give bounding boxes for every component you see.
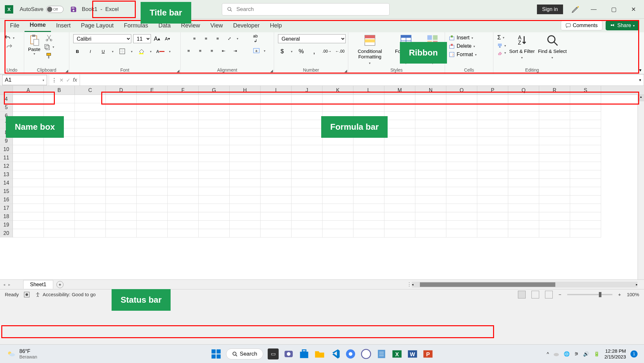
cell[interactable] [570, 120, 601, 128]
cell[interactable] [539, 179, 570, 187]
task-view-icon[interactable]: ▭ [268, 348, 279, 359]
cell[interactable] [199, 196, 230, 204]
cell[interactable] [508, 112, 539, 120]
cell[interactable] [13, 128, 44, 137]
cell[interactable] [508, 162, 539, 170]
cell[interactable] [13, 221, 44, 229]
cell[interactable] [168, 103, 199, 112]
column-header[interactable]: H [230, 86, 261, 95]
cell[interactable] [199, 103, 230, 112]
signin-button[interactable]: Sign in [537, 5, 563, 14]
volume-icon[interactable]: 🔊 [583, 351, 589, 357]
cancel-formula-icon[interactable]: ✕ [59, 77, 64, 83]
tab-data[interactable]: Data [153, 20, 176, 32]
cell[interactable] [570, 95, 601, 103]
cell[interactable] [477, 95, 508, 103]
cell[interactable] [44, 95, 75, 103]
align-right-button[interactable]: ≡ [208, 46, 216, 55]
cell[interactable] [446, 229, 477, 237]
enter-formula-icon[interactable]: ✓ [66, 77, 70, 83]
cell[interactable] [199, 154, 230, 162]
horizontal-scrollbar[interactable]: ◂ ▸ [412, 282, 638, 287]
row-header[interactable]: 17 [0, 204, 13, 212]
cell[interactable] [261, 128, 292, 137]
row-header[interactable]: 6 [0, 112, 13, 120]
chrome-icon[interactable] [345, 348, 356, 359]
cell[interactable] [384, 137, 415, 145]
cell[interactable] [539, 128, 570, 137]
tab-developer[interactable]: Developer [228, 20, 265, 32]
cell[interactable] [446, 179, 477, 187]
fx-icon[interactable]: fx [73, 77, 77, 83]
cell[interactable] [322, 120, 353, 128]
cell[interactable] [539, 120, 570, 128]
cell[interactable] [13, 112, 44, 120]
cell[interactable] [384, 103, 415, 112]
language-icon[interactable]: 🌐 [564, 351, 570, 357]
fill-button[interactable]: ▾ [497, 43, 506, 48]
maximize-button[interactable]: ▢ [608, 4, 620, 15]
cell[interactable] [539, 137, 570, 145]
cell[interactable] [261, 179, 292, 187]
zoom-slider[interactable] [567, 294, 612, 295]
cell[interactable] [168, 170, 199, 179]
cell[interactable] [106, 179, 137, 187]
store-icon[interactable] [299, 348, 310, 359]
cell[interactable] [415, 112, 446, 120]
cell[interactable] [353, 162, 384, 170]
cell[interactable] [570, 103, 601, 112]
cell[interactable] [508, 103, 539, 112]
cell[interactable] [75, 212, 106, 221]
cell[interactable] [446, 120, 477, 128]
cell[interactable] [230, 221, 261, 229]
cells-area[interactable] [13, 95, 644, 237]
cell[interactable] [477, 137, 508, 145]
cell[interactable] [13, 204, 44, 212]
cell[interactable] [384, 128, 415, 137]
cell[interactable] [477, 112, 508, 120]
cell[interactable] [570, 145, 601, 154]
cell[interactable] [570, 187, 601, 196]
cell[interactable] [292, 179, 322, 187]
cell[interactable] [44, 120, 75, 128]
cell[interactable] [446, 95, 477, 103]
tab-home[interactable]: Home [25, 19, 51, 32]
increase-font-button[interactable]: A▴ [153, 35, 161, 43]
name-box[interactable]: A1▾ [2, 75, 47, 85]
cell[interactable] [415, 179, 446, 187]
cell[interactable] [137, 145, 168, 154]
cell[interactable] [199, 170, 230, 179]
cell[interactable] [477, 196, 508, 204]
cell[interactable] [570, 204, 601, 212]
cell[interactable] [446, 196, 477, 204]
cell[interactable] [477, 212, 508, 221]
cell[interactable] [415, 128, 446, 137]
cell[interactable] [508, 128, 539, 137]
cell[interactable] [13, 196, 44, 204]
cell[interactable] [230, 196, 261, 204]
row-header[interactable]: 9 [0, 137, 13, 145]
cell[interactable] [13, 179, 44, 187]
chat-icon[interactable] [283, 348, 294, 359]
cell[interactable] [415, 154, 446, 162]
cell[interactable] [13, 95, 44, 103]
cell[interactable] [137, 120, 168, 128]
cell[interactable] [44, 137, 75, 145]
cell[interactable] [106, 103, 137, 112]
cell[interactable] [44, 112, 75, 120]
cell[interactable] [508, 154, 539, 162]
cell[interactable] [261, 212, 292, 221]
cell[interactable] [353, 212, 384, 221]
cell[interactable] [415, 145, 446, 154]
cell[interactable] [44, 229, 75, 237]
column-header[interactable]: C [75, 86, 106, 95]
cell[interactable] [137, 112, 168, 120]
underline-button[interactable]: U [99, 47, 107, 55]
cell[interactable] [106, 187, 137, 196]
row-header[interactable]: 14 [0, 179, 13, 187]
powerpoint-taskbar-icon[interactable]: P [422, 348, 433, 359]
dropdown-icon[interactable]: ⋮ [52, 77, 57, 83]
start-button[interactable] [211, 348, 222, 359]
cell[interactable] [292, 196, 322, 204]
cell[interactable] [384, 221, 415, 229]
